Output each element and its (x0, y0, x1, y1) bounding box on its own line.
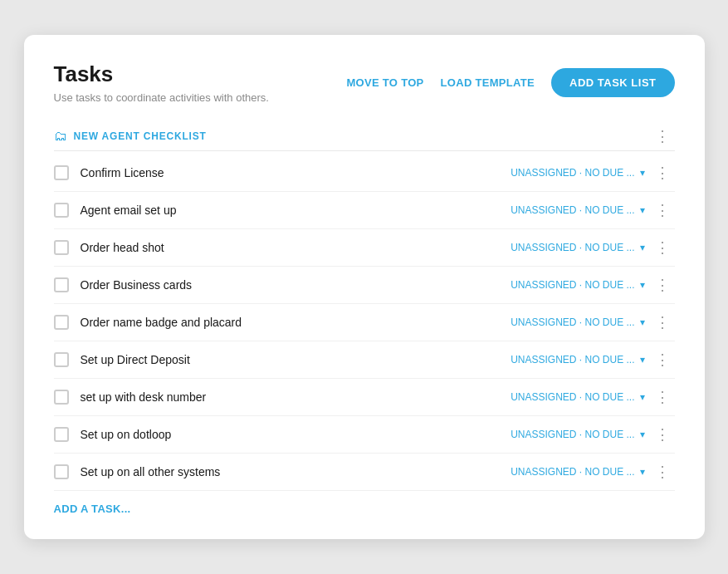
task-meta: UNASSIGNED · NO DUE ... (511, 316, 634, 328)
task-menu-button[interactable]: ⋮ (650, 388, 675, 406)
task-label: Agent email set up (81, 204, 177, 217)
task-left: Order Business cards (54, 277, 193, 292)
task-menu-button[interactable]: ⋮ (650, 463, 675, 481)
task-meta: UNASSIGNED · NO DUE ... (511, 242, 634, 253)
task-meta: UNASSIGNED · NO DUE ... (511, 429, 634, 440)
task-right: UNASSIGNED · NO DUE ...▾⋮ (511, 164, 674, 182)
task-menu-button[interactable]: ⋮ (650, 425, 675, 444)
task-menu-button[interactable]: ⋮ (650, 313, 675, 331)
task-menu-button[interactable]: ⋮ (650, 201, 675, 219)
task-row: Order name badge and placardUNASSIGNED ·… (54, 304, 675, 341)
task-checkbox[interactable] (54, 390, 69, 405)
task-checkbox[interactable] (54, 427, 69, 442)
task-row: Set up on dotloopUNASSIGNED · NO DUE ...… (54, 416, 675, 454)
task-label: Set up on all other systems (81, 465, 221, 478)
task-label: Set up Direct Deposit (81, 353, 190, 366)
task-row: Order head shotUNASSIGNED · NO DUE ...▾⋮ (54, 229, 675, 267)
add-task-list-button[interactable]: ADD TASK LIST (551, 68, 674, 97)
task-meta: UNASSIGNED · NO DUE ... (511, 354, 634, 365)
task-menu-button[interactable]: ⋮ (650, 351, 675, 369)
task-left: Order name badge and placard (54, 315, 242, 330)
task-row: set up with desk numberUNASSIGNED · NO D… (54, 379, 675, 416)
chevron-down-icon[interactable]: ▾ (640, 391, 645, 403)
task-left: Order head shot (54, 240, 164, 255)
task-row: Set up Direct DepositUNASSIGNED · NO DUE… (54, 341, 675, 379)
task-meta: UNASSIGNED · NO DUE ... (511, 391, 634, 403)
task-meta: UNASSIGNED · NO DUE ... (511, 204, 634, 216)
task-checkbox[interactable] (54, 315, 69, 330)
task-meta: UNASSIGNED · NO DUE ... (511, 167, 634, 179)
page-title: Tasks (54, 61, 269, 87)
task-checkbox[interactable] (54, 464, 69, 479)
task-label: Order head shot (81, 241, 164, 254)
task-left: Agent email set up (54, 203, 177, 218)
task-checkbox[interactable] (54, 277, 69, 292)
task-left: set up with desk number (54, 390, 207, 405)
task-left: Set up on all other systems (54, 464, 221, 479)
task-right: UNASSIGNED · NO DUE ...▾⋮ (511, 425, 674, 444)
task-list: Confirm LicenseUNASSIGNED · NO DUE ...▾⋮… (54, 155, 675, 491)
chevron-down-icon[interactable]: ▾ (640, 204, 645, 216)
page-header: Tasks Use tasks to coordinate activities… (54, 61, 675, 103)
chevron-down-icon[interactable]: ▾ (640, 167, 645, 179)
task-checkbox[interactable] (54, 165, 69, 180)
task-right: UNASSIGNED · NO DUE ...▾⋮ (511, 388, 674, 406)
chevron-down-icon[interactable]: ▾ (640, 242, 645, 253)
task-right: UNASSIGNED · NO DUE ...▾⋮ (511, 276, 674, 294)
chevron-down-icon[interactable]: ▾ (640, 466, 645, 478)
move-to-top-link[interactable]: MOVE TO TOP (346, 76, 423, 89)
checklist-menu-button[interactable]: ⋮ (650, 127, 675, 145)
task-menu-button[interactable]: ⋮ (650, 238, 675, 257)
load-template-link[interactable]: LOAD TEMPLATE (441, 76, 535, 89)
task-menu-button[interactable]: ⋮ (650, 276, 675, 294)
checklist-title-row: 🗂 NEW AGENT CHECKLIST (54, 129, 207, 144)
chevron-down-icon[interactable]: ▾ (640, 354, 645, 365)
task-label: Order name badge and placard (81, 316, 242, 329)
task-left: Confirm License (54, 165, 164, 180)
task-meta: UNASSIGNED · NO DUE ... (511, 279, 634, 291)
task-meta: UNASSIGNED · NO DUE ... (511, 466, 634, 478)
task-row: Set up on all other systemsUNASSIGNED · … (54, 454, 675, 491)
checklist-title: NEW AGENT CHECKLIST (74, 130, 207, 142)
chevron-down-icon[interactable]: ▾ (640, 279, 645, 291)
task-right: UNASSIGNED · NO DUE ...▾⋮ (511, 463, 674, 481)
checklist-section: 🗂 NEW AGENT CHECKLIST ⋮ Confirm LicenseU… (54, 127, 675, 516)
header-actions: MOVE TO TOP LOAD TEMPLATE ADD TASK LIST (346, 68, 674, 97)
task-label: set up with desk number (81, 390, 207, 404)
task-right: UNASSIGNED · NO DUE ...▾⋮ (511, 201, 674, 219)
checklist-header: 🗂 NEW AGENT CHECKLIST ⋮ (54, 127, 675, 145)
task-left: Set up Direct Deposit (54, 352, 190, 367)
chevron-down-icon[interactable]: ▾ (640, 316, 645, 328)
task-menu-button[interactable]: ⋮ (650, 164, 675, 182)
add-task-link[interactable]: ADD A TASK... (54, 503, 131, 515)
task-row: Confirm LicenseUNASSIGNED · NO DUE ...▾⋮ (54, 155, 675, 192)
checklist-folder-icon: 🗂 (54, 129, 67, 144)
divider-top (54, 150, 675, 151)
task-right: UNASSIGNED · NO DUE ...▾⋮ (511, 351, 674, 369)
task-right: UNASSIGNED · NO DUE ...▾⋮ (511, 313, 674, 331)
task-checkbox[interactable] (54, 203, 69, 218)
task-right: UNASSIGNED · NO DUE ...▾⋮ (511, 238, 674, 257)
task-label: Set up on dotloop (81, 428, 172, 441)
task-checkbox[interactable] (54, 352, 69, 367)
task-row: Agent email set upUNASSIGNED · NO DUE ..… (54, 192, 675, 229)
task-label: Order Business cards (81, 278, 193, 292)
chevron-down-icon[interactable]: ▾ (640, 429, 645, 440)
page-subtitle: Use tasks to coordinate activities with … (54, 91, 269, 104)
tasks-card: Tasks Use tasks to coordinate activities… (24, 35, 705, 538)
header-left: Tasks Use tasks to coordinate activities… (54, 61, 269, 103)
task-checkbox[interactable] (54, 240, 69, 255)
task-row: Order Business cardsUNASSIGNED · NO DUE … (54, 267, 675, 304)
task-left: Set up on dotloop (54, 427, 172, 442)
task-label: Confirm License (81, 166, 164, 179)
